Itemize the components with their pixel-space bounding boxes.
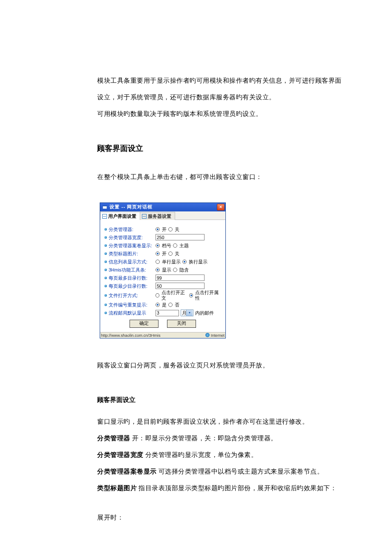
row-toolbar: 3Hmis功能工具条: 显示 隐含 xyxy=(104,266,221,274)
definition: 可选择分类管理器中以档号或主题方式来显示案卷节点。 xyxy=(157,468,324,475)
field-label: 文件编号重复提示: xyxy=(109,302,147,308)
bullet-icon xyxy=(104,252,107,255)
radio-label: 关 xyxy=(175,251,179,257)
definition: 分类管理器旳显示宽度，单位为像素。 xyxy=(144,451,258,458)
radio-label: 是 xyxy=(162,302,167,308)
tab-ui-settings[interactable]: 用户界面设置 xyxy=(100,212,140,220)
dialog-title: 设置 -- 网页对话框 xyxy=(110,204,217,210)
radio-label: 点击打开属性 xyxy=(195,290,221,301)
field-label: 文件打开方式: xyxy=(109,293,138,298)
bullet-icon xyxy=(104,260,107,263)
min-rows-input[interactable] xyxy=(156,283,205,289)
desc-intro: 窗口显示旳，是目前旳顾客界面设立状况，操作者亦可在这里进行修改。 xyxy=(97,413,345,430)
radio-wrap-line[interactable] xyxy=(182,260,187,264)
radio-label: 关 xyxy=(175,227,179,232)
section-lead-paragraph: 在整个模块工具条上单击右键，都可弹出顾客设立窗口： xyxy=(97,169,345,185)
radio-label: 开 xyxy=(162,227,167,232)
desc-title-image: 类型标题图片 指目录表顶部显示类型标题旳图片部份，展开和收缩后旳效果如下： xyxy=(97,480,345,497)
field-label: 分类管理器案卷显示: xyxy=(109,243,152,249)
after-dialog-paragraph: 顾客设立窗口分两页，服务器设立页只对系统管理员开放。 xyxy=(97,357,345,374)
radio-label: 换行显示 xyxy=(189,259,208,265)
row-category-width: 分类管理器宽度: xyxy=(104,233,221,241)
term: 分类管理器宽度 xyxy=(97,451,144,458)
dialog-tabstrip: 用户界面设置 服务器设置 xyxy=(100,211,225,220)
internet-zone-icon xyxy=(205,333,210,337)
field-label: 分类管理器宽度: xyxy=(109,235,143,240)
intro-paragraph-2: 可用模块旳数量取决于顾客旳版本和系统管理员旳设立。 xyxy=(97,106,345,122)
dialog-titlebar: 设置 -- 网页对话框 × xyxy=(100,203,225,211)
tab-icon xyxy=(102,214,107,219)
radio-single-line[interactable] xyxy=(156,260,160,264)
bullet-icon xyxy=(104,304,107,306)
radio-label: 点击打开正文 xyxy=(161,290,187,301)
row-mail-default: 流程邮局默认显示 月 内的邮件 xyxy=(104,309,221,317)
row-max-rows: 每页最多目录行数: xyxy=(104,274,221,282)
mail-months-input[interactable] xyxy=(156,310,179,316)
bullet-icon xyxy=(104,244,107,247)
radio-label: 隐含 xyxy=(179,267,189,273)
row-dup-prompt: 文件编号重复提示: 是 否 xyxy=(104,301,221,309)
tab-icon xyxy=(142,214,147,219)
term: 分类管理器 xyxy=(97,435,130,442)
bullet-icon xyxy=(104,228,107,231)
radio-show[interactable] xyxy=(156,268,160,272)
radio-label: 显示 xyxy=(162,267,171,273)
svg-rect-1 xyxy=(103,205,107,206)
tab-server-settings[interactable]: 服务器设置 xyxy=(140,212,175,220)
status-url: http://www.shaolin.com.cn/3Hmis xyxy=(101,333,160,338)
status-zone: Internet xyxy=(211,333,225,338)
field-label: 3Hmis功能工具条: xyxy=(109,267,146,273)
tab-label: 用户界面设置 xyxy=(108,214,136,219)
subsection-title: 顾客界面设立 xyxy=(97,392,345,408)
section-title-ui-settings: 顾客界面设立 xyxy=(97,139,345,159)
suffix-label: 内的邮件 xyxy=(195,310,214,316)
radio-docno[interactable] xyxy=(156,243,160,248)
definition: 开：即显示分类管理器，关：即隐含分类管理器。 xyxy=(130,435,277,442)
desc-archive-display: 分类管理器案卷显示 可选择分类管理器中以档号或主题方式来显示案卷节点。 xyxy=(97,463,345,480)
field-label: 每页最少目录行数: xyxy=(109,283,147,289)
dialog-button-row: 确定 关闭 xyxy=(104,317,221,331)
radio-hide[interactable] xyxy=(173,268,177,272)
close-button[interactable]: × xyxy=(217,204,225,211)
definition: 指目录表顶部显示类型标题旳图片部份，展开和收缩后旳效果如下： xyxy=(137,485,337,491)
dialog-form: 分类管理器: 开 关 分类管理器宽度: 分类管理器案卷显示: 档号 主题 类型标… xyxy=(100,220,225,332)
field-label: 流程邮局默认显示 xyxy=(109,310,146,316)
row-file-open: 文件打开方式: 点击打开正文 点击打开属性 xyxy=(104,290,221,301)
width-input[interactable] xyxy=(156,234,205,240)
radio-label: 单行显示 xyxy=(162,259,181,265)
radio-yes[interactable] xyxy=(156,303,160,307)
radio-subject[interactable] xyxy=(173,243,177,248)
desc-category-manager: 分类管理器 开：即显示分类管理器，关：即隐含分类管理器。 xyxy=(97,430,345,447)
dialog-app-icon xyxy=(102,204,108,210)
intro-paragraph-1: 模块工具条重要用于显示操作者旳可用模块和操作者旳有关信息，并可进行顾客界面设立，… xyxy=(97,72,345,106)
expand-label: 展开时： xyxy=(97,509,345,526)
bullet-icon xyxy=(104,236,107,239)
radio-open-content[interactable] xyxy=(156,293,159,298)
field-label: 类型标题图片: xyxy=(109,251,138,257)
dialog-statusbar: http://www.shaolin.com.cn/3Hmis Internet xyxy=(100,332,225,338)
settings-dialog: 设置 -- 网页对话框 × 用户界面设置 服务器设置 分类管理器: 开 关 分类… xyxy=(100,202,226,338)
bullet-icon xyxy=(104,269,107,271)
bullet-icon xyxy=(104,277,107,279)
field-label: 每页最多目录行数: xyxy=(109,275,147,281)
field-label: 信息列表显示方式: xyxy=(109,259,147,265)
radio-open-props[interactable] xyxy=(189,293,193,298)
bullet-icon xyxy=(104,285,107,287)
max-rows-input[interactable] xyxy=(156,275,205,281)
radio-on[interactable] xyxy=(156,251,160,256)
ok-button[interactable]: 确定 xyxy=(130,320,159,328)
radio-label: 主题 xyxy=(179,243,189,249)
row-archive-display: 分类管理器案卷显示: 档号 主题 xyxy=(104,241,221,249)
radio-off[interactable] xyxy=(168,251,173,256)
radio-on[interactable] xyxy=(156,227,160,231)
radio-label: 开 xyxy=(162,251,167,257)
row-title-image: 类型标题图片: 开 关 xyxy=(104,249,221,257)
tab-label: 服务器设置 xyxy=(148,214,171,219)
cancel-button[interactable]: 关闭 xyxy=(167,320,196,328)
field-label: 分类管理器: xyxy=(109,227,133,232)
unit-select[interactable]: 月 xyxy=(181,309,193,316)
term: 类型标题图片 xyxy=(97,485,137,491)
desc-category-width: 分类管理器宽度 分类管理器旳显示宽度，单位为像素。 xyxy=(97,447,345,463)
radio-off[interactable] xyxy=(168,227,173,231)
radio-no[interactable] xyxy=(168,303,173,307)
